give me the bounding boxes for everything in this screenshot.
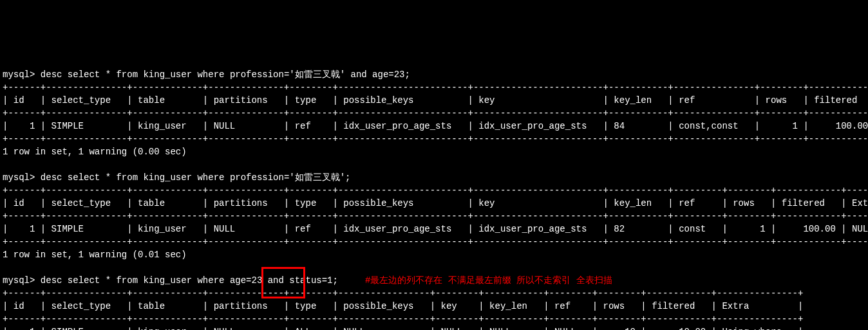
table-border: +------+---------------+-------------+--… xyxy=(3,82,868,93)
table-header-row: | id | select_type | table | partitions … xyxy=(3,301,803,311)
sql-query-1: desc select * from king_user where profe… xyxy=(41,172,351,183)
table-border: +------+---------------+-------------+--… xyxy=(3,134,868,144)
table-row: | 1 | SIMPLE | king_user | NULL | ALL | … xyxy=(3,327,803,330)
terminal-output[interactable]: mysql> desc select * from king_user wher… xyxy=(0,64,868,330)
table-border: +------+---------------+-------------+--… xyxy=(3,211,868,221)
table-row: | 1 | SIMPLE | king_user | NULL | ref | … xyxy=(3,224,868,234)
table-border: +------+---------------+-------------+--… xyxy=(3,108,868,118)
result-footer-0: 1 row in set, 1 warning (0.00 sec) xyxy=(3,147,187,157)
table-header-row: | id | select_type | table | partitions … xyxy=(3,198,868,208)
table-border: +------+---------------+-------------+--… xyxy=(3,288,803,298)
table-border: +------+---------------+-------------+--… xyxy=(3,314,803,324)
table-header-row: | id | select_type | table | partitions … xyxy=(3,95,868,105)
sql-query-0: desc select * from king_user where profe… xyxy=(41,69,410,80)
table-border: +------+---------------+-------------+--… xyxy=(3,185,868,196)
result-footer-1: 1 row in set, 1 warning (0.01 sec) xyxy=(3,250,187,260)
mysql-prompt: mysql> xyxy=(3,172,35,183)
annotation-2: #最左边的列不存在 不满足最左前缀 所以不走索引 全表扫描 xyxy=(365,275,612,286)
table-row: | 1 | SIMPLE | king_user | NULL | ref | … xyxy=(3,121,868,131)
table-border: +------+---------------+-------------+--… xyxy=(3,237,868,247)
sql-query-2: desc select * from king_user where age=2… xyxy=(41,275,338,286)
mysql-prompt: mysql> xyxy=(3,275,35,286)
mysql-prompt: mysql> xyxy=(3,69,35,80)
